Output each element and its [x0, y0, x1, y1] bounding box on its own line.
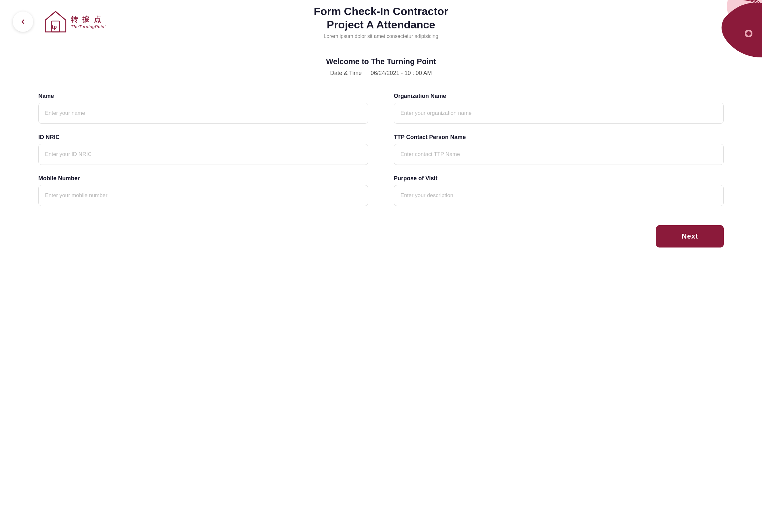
- form-section: Name Organization Name ID NRIC TTP Conta…: [0, 87, 762, 219]
- footer-actions: Next: [0, 219, 762, 263]
- page-wrapper: tp 转 捩 点 TheTurningPoint Form Check-In C…: [0, 0, 762, 532]
- input-name[interactable]: [38, 103, 368, 124]
- input-purpose[interactable]: [394, 185, 724, 206]
- label-ttp-contact: TTP Contact Person Name: [394, 134, 724, 141]
- svg-text:tp: tp: [52, 24, 57, 30]
- form-grid: Name Organization Name ID NRIC TTP Conta…: [38, 93, 724, 206]
- header: tp 转 捩 点 TheTurningPoint Form Check-In C…: [0, 0, 762, 41]
- logo-icon: tp: [43, 9, 68, 34]
- next-button[interactable]: Next: [656, 225, 724, 247]
- header-title-block: Form Check-In Contractor Project A Atten…: [314, 4, 448, 39]
- welcome-title: Welcome to The Turning Point: [13, 57, 749, 66]
- label-organization: Organization Name: [394, 93, 724, 100]
- label-purpose: Purpose of Visit: [394, 175, 724, 182]
- logo-chinese: 转 捩 点: [71, 15, 106, 24]
- input-id-nric[interactable]: [38, 144, 368, 165]
- label-name: Name: [38, 93, 368, 100]
- logo-brand: TheTurningPoint: [71, 24, 106, 29]
- label-id-nric: ID NRIC: [38, 134, 368, 141]
- logo-container: tp 转 捩 点 TheTurningPoint: [43, 9, 106, 34]
- back-button[interactable]: [13, 12, 33, 32]
- logo-area: tp 转 捩 点 TheTurningPoint: [43, 9, 106, 34]
- form-group-ttp-contact: TTP Contact Person Name: [394, 134, 724, 165]
- input-organization[interactable]: [394, 103, 724, 124]
- welcome-section: Welcome to The Turning Point Date & Time…: [0, 41, 762, 87]
- input-ttp-contact[interactable]: [394, 144, 724, 165]
- logo-text: 转 捩 点 TheTurningPoint: [71, 15, 106, 29]
- header-title: Form Check-In Contractor Project A Atten…: [314, 4, 448, 32]
- datetime-label: Date & Time ：: [330, 70, 369, 76]
- welcome-datetime: Date & Time ： 06/24/2021 - 10 : 00 AM: [13, 69, 749, 77]
- form-group-mobile: Mobile Number: [38, 175, 368, 206]
- form-group-id-nric: ID NRIC: [38, 134, 368, 165]
- label-mobile: Mobile Number: [38, 175, 368, 182]
- header-subtitle: Lorem ipsum dolor sit amet consectetur a…: [314, 33, 448, 39]
- form-group-purpose: Purpose of Visit: [394, 175, 724, 206]
- form-group-name: Name: [38, 93, 368, 124]
- datetime-value: 06/24/2021 - 10 : 00 AM: [370, 70, 432, 76]
- form-group-organization: Organization Name: [394, 93, 724, 124]
- input-mobile[interactable]: [38, 185, 368, 206]
